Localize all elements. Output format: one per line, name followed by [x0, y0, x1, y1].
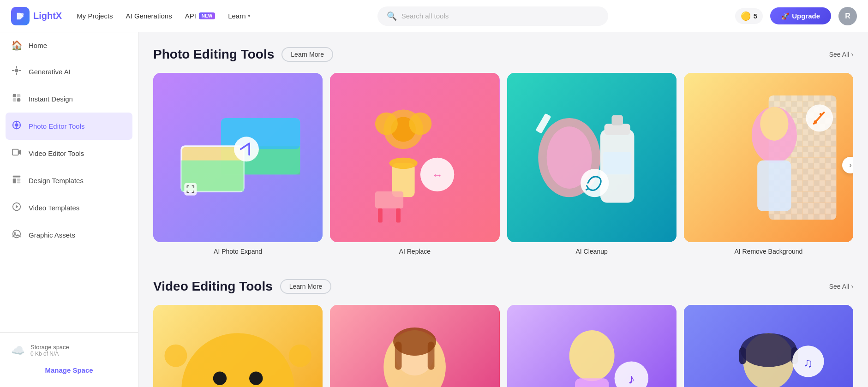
- tool-card-video-portrait[interactable]: Video Portrait: [330, 305, 499, 387]
- svg-point-26: [389, 158, 418, 169]
- svg-point-84: [740, 333, 796, 367]
- tool-card-video-text[interactable]: ♪ T Video Text: [507, 305, 676, 387]
- storage-icon: ☁️: [11, 344, 25, 357]
- svg-text:↔: ↔: [432, 169, 443, 181]
- ai-replace-bg: ↔: [330, 73, 499, 242]
- svg-rect-8: [12, 149, 18, 155]
- manage-space-button[interactable]: Manage Space: [7, 361, 131, 380]
- instant-design-icon: [11, 93, 22, 105]
- logo[interactable]: LightX: [11, 7, 62, 25]
- video-portrait-bg: [330, 305, 499, 387]
- tool-card-ai-replace[interactable]: ↔ AI Replace: [330, 73, 499, 257]
- emoji-animation-image: [153, 305, 323, 387]
- sidebar-item-video-templates[interactable]: Video Templates: [0, 194, 138, 221]
- svg-rect-33: [375, 191, 403, 208]
- svg-point-66: [164, 345, 187, 367]
- search-box[interactable]: 🔍 Search all tools: [377, 6, 608, 26]
- video-text-bg: ♪ T: [507, 305, 676, 387]
- svg-rect-9: [13, 176, 21, 178]
- graphic-assets-icon: [11, 229, 22, 241]
- photo-editor-tools-icon: [11, 120, 22, 132]
- video-see-all-button[interactable]: See All ›: [829, 283, 853, 290]
- search-icon: 🔍: [387, 11, 397, 21]
- tool-card-emoji-animation[interactable]: Emoji Animation: [153, 305, 323, 387]
- svg-rect-19: [221, 118, 300, 149]
- video-section-header: Video Editing Tools Learn More See All ›: [153, 279, 853, 294]
- svg-point-55: [814, 120, 817, 124]
- sidebar-label-video-editor-tools: Video Editor Tools: [29, 149, 84, 157]
- tool-card-ai-remove-background[interactable]: AI Remove Background: [684, 73, 853, 257]
- chevron-down-icon: ▾: [248, 13, 251, 19]
- svg-point-0: [20, 12, 24, 16]
- home-icon: 🏠: [11, 40, 22, 51]
- video-cards-row: Emoji Animation: [153, 305, 853, 387]
- svg-rect-2: [13, 94, 16, 97]
- sidebar-label-instant-design: Instant Design: [29, 95, 73, 103]
- photo-section-title: Photo Editing Tools: [153, 47, 274, 62]
- generative-ai-icon: [11, 65, 22, 78]
- ai-generations-link[interactable]: AI Generations: [126, 12, 172, 20]
- ai-replace-label: AI Replace: [330, 246, 499, 257]
- svg-rect-40: [603, 152, 631, 174]
- svg-text:♪: ♪: [628, 372, 635, 387]
- svg-rect-3: [17, 94, 20, 97]
- see-all-label: See All: [829, 51, 850, 58]
- ai-photo-expand-bg: [153, 73, 323, 242]
- sidebar-label-design-templates: Design Templates: [29, 177, 84, 185]
- rocket-icon: 🚀: [781, 12, 789, 20]
- learn-nav-item[interactable]: Learn ▾: [228, 12, 250, 20]
- sidebar-item-video-editor-tools[interactable]: Video Editor Tools: [0, 140, 138, 167]
- tool-card-ai-photo-expand[interactable]: AI Photo Expand: [153, 73, 323, 257]
- design-templates-icon: [11, 174, 22, 187]
- video-templates-icon: [11, 202, 22, 214]
- logo-icon: [11, 7, 30, 25]
- coins-area[interactable]: 🟡 5: [735, 8, 763, 24]
- svg-point-30: [409, 113, 432, 135]
- ai-remove-background-bg: [684, 73, 853, 242]
- upgrade-label: Upgrade: [792, 12, 820, 20]
- emoji-animation-bg: [153, 305, 323, 387]
- coin-icon: 🟡: [741, 11, 751, 21]
- api-nav-item[interactable]: API NEW: [185, 12, 216, 20]
- photo-section-header: Photo Editing Tools Learn More See All ›: [153, 47, 853, 62]
- svg-point-76: [569, 330, 614, 381]
- music-video-image: ♫: [684, 305, 853, 387]
- sidebar-item-graphic-assets[interactable]: Graphic Assets: [0, 221, 138, 249]
- video-chevron-right-icon: ›: [851, 283, 853, 290]
- svg-rect-4: [13, 98, 16, 101]
- learn-label: Learn: [228, 12, 245, 20]
- sidebar-item-photo-editor-tools[interactable]: Photo Editor Tools: [6, 113, 132, 140]
- search-input[interactable]: Search all tools: [401, 12, 449, 20]
- svg-rect-35: [396, 208, 401, 223]
- svg-rect-34: [378, 208, 383, 223]
- chevron-right-icon: ›: [851, 51, 853, 58]
- sidebar-bottom: ☁️ Storage space 0 Kb of N/A Manage Spac…: [0, 332, 138, 387]
- tool-card-music-video[interactable]: ♫ Music Video: [684, 305, 853, 387]
- upgrade-button[interactable]: 🚀 Upgrade: [770, 7, 831, 24]
- svg-point-14: [13, 230, 21, 238]
- svg-rect-39: [611, 115, 623, 125]
- avatar-letter: R: [845, 12, 850, 20]
- avatar[interactable]: R: [838, 7, 857, 25]
- sidebar-item-instant-design[interactable]: Instant Design: [0, 85, 138, 113]
- svg-point-22: [234, 137, 259, 161]
- photo-editing-section: Photo Editing Tools Learn More See All ›: [153, 47, 853, 257]
- sidebar-item-generative-ai[interactable]: Generative AI: [0, 58, 138, 85]
- my-projects-link[interactable]: My Projects: [77, 12, 113, 20]
- sidebar-item-design-templates[interactable]: Design Templates: [0, 167, 138, 194]
- video-editing-section: Video Editing Tools Learn More See All ›: [153, 279, 853, 387]
- svg-rect-77: [575, 378, 608, 387]
- ai-remove-background-label: AI Remove Background: [684, 246, 853, 257]
- svg-point-64: [213, 372, 227, 385]
- sidebar-item-home[interactable]: 🏠 Home: [0, 32, 138, 58]
- nav-right: 🟡 5 🚀 Upgrade R: [735, 7, 857, 25]
- video-learn-more-button[interactable]: Learn More: [280, 279, 332, 294]
- svg-rect-72: [395, 342, 402, 370]
- video-section-title: Video Editing Tools: [153, 279, 273, 294]
- svg-point-15: [14, 232, 16, 234]
- tool-card-ai-cleanup[interactable]: AI Cleanup: [507, 73, 676, 257]
- photo-see-all-button[interactable]: See All ›: [829, 51, 853, 58]
- photo-learn-more-button[interactable]: Learn More: [281, 47, 333, 62]
- sidebar-item-label: Home: [29, 42, 47, 49]
- svg-point-65: [249, 372, 263, 385]
